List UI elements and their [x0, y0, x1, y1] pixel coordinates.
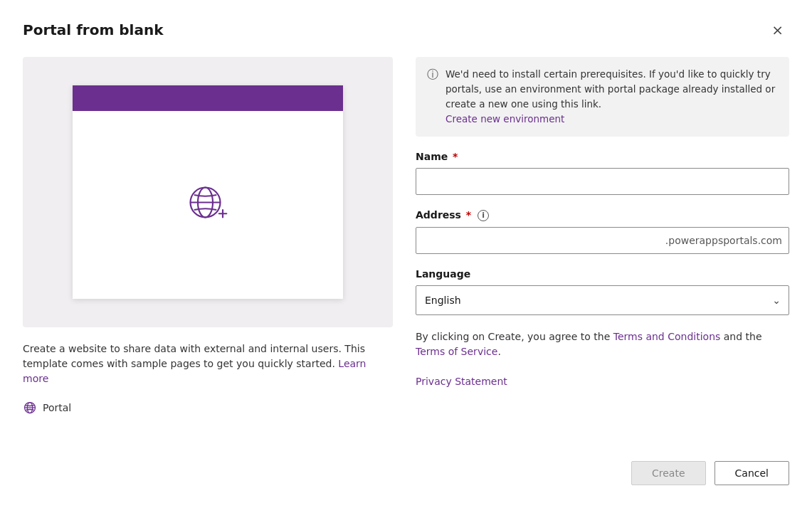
name-label: Name * [416, 151, 789, 162]
dialog-body: Create a website to share data with exte… [23, 57, 789, 433]
dialog-title: Portal from blank [23, 21, 163, 38]
name-required-star: * [449, 151, 458, 162]
left-panel: Create a website to share data with exte… [23, 57, 393, 433]
create-new-environment-link[interactable]: Create new environment [445, 113, 564, 125]
terms-conditions-link[interactable]: Terms and Conditions [613, 331, 721, 342]
info-banner-text: We'd need to install certain prerequisit… [445, 67, 778, 127]
preview-inner [73, 85, 343, 299]
portal-badge-label: Portal [43, 402, 71, 413]
preview-content [73, 111, 343, 299]
globe-plus-icon [183, 180, 233, 230]
dialog-header: Portal from blank × [23, 20, 789, 40]
address-label: Address * i [416, 209, 789, 221]
address-input-wrapper: .powerappsportals.com [416, 227, 789, 254]
info-banner-icon: ⓘ [427, 68, 438, 83]
terms-service-link[interactable]: Terms of Service [416, 346, 497, 357]
language-label: Language [416, 268, 789, 280]
privacy-statement-container: Privacy Statement [416, 374, 789, 388]
address-field-group: Address * i .powerappsportals.com [416, 209, 789, 254]
address-required-star: * [463, 209, 471, 221]
address-input[interactable] [416, 227, 789, 254]
language-select-wrapper: English French German Spanish Japanese ⌄ [416, 285, 789, 315]
portal-badge: Portal [23, 401, 393, 415]
close-button[interactable]: × [766, 20, 789, 40]
name-field-group: Name * [416, 151, 789, 195]
description-text: Create a website to share data with exte… [23, 342, 393, 386]
terms-text: By clicking on Create, you agree to the … [416, 329, 789, 360]
cancel-button[interactable]: Cancel [715, 461, 789, 485]
portal-globe-small-icon [23, 401, 37, 415]
info-banner: ⓘ We'd need to install certain prerequis… [416, 57, 789, 137]
language-field-group: Language English French German Spanish J… [416, 268, 789, 315]
right-panel: ⓘ We'd need to install certain prerequis… [416, 57, 789, 433]
preview-header-bar [73, 85, 343, 111]
language-select[interactable]: English French German Spanish Japanese [416, 285, 789, 315]
privacy-statement-link[interactable]: Privacy Statement [416, 376, 507, 387]
name-input[interactable] [416, 168, 789, 195]
dialog-footer: Create Cancel [23, 455, 789, 485]
portal-from-blank-dialog: Portal from blank × [0, 0, 812, 508]
preview-box [23, 57, 393, 327]
create-button[interactable]: Create [631, 461, 706, 485]
address-info-icon: i [478, 210, 489, 221]
